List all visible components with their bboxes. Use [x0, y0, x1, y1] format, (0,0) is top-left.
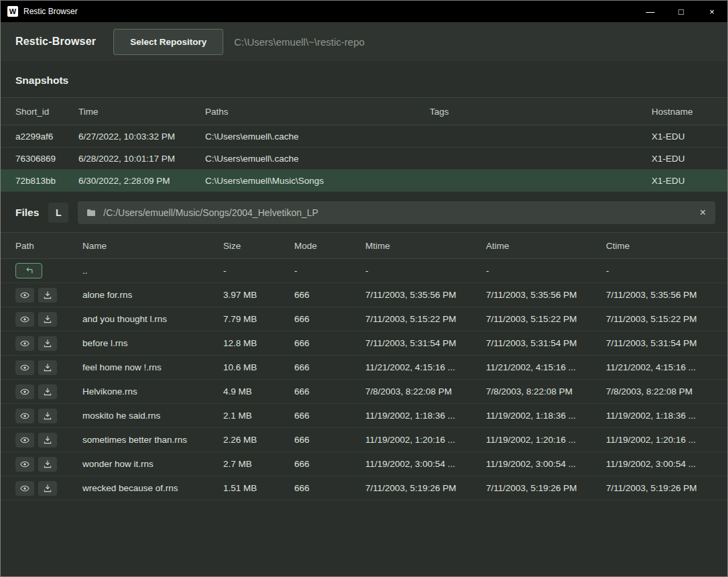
snapshot-hostname: X1-EDU — [652, 176, 717, 186]
maximize-button[interactable]: □ — [666, 1, 696, 22]
file-name: feel home now !.rns — [82, 362, 223, 372]
file-ctime: 7/11/2003, 5:35:56 PM — [606, 290, 717, 300]
preview-file-button[interactable] — [15, 288, 34, 303]
file-row[interactable]: and you thought l.rns7.79 MB6667/11/2003… — [1, 307, 727, 331]
file-ctime: 7/11/2003, 5:31:54 PM — [606, 338, 717, 348]
preview-file-button[interactable] — [15, 384, 34, 399]
file-row[interactable]: wonder how it.rns2.7 MB66611/19/2002, 3:… — [1, 452, 727, 476]
file-name: wonder how it.rns — [82, 459, 223, 469]
file-row[interactable]: moskito he said.rns2.1 MB66611/19/2002, … — [1, 404, 727, 428]
snapshot-paths: C:\Users\emuell\.cache — [205, 132, 430, 142]
file-size: - — [223, 266, 294, 276]
file-atime: 11/19/2002, 3:00:54 ... — [486, 459, 606, 469]
column-header-time: Time — [78, 107, 205, 117]
file-mtime: 7/11/2003, 5:19:26 PM — [365, 483, 486, 493]
file-ctime: 11/19/2002, 1:20:16 ... — [606, 435, 717, 445]
column-header-atime: Atime — [486, 241, 606, 251]
eye-icon — [20, 435, 29, 445]
file-atime: 7/8/2003, 8:22:08 PM — [486, 386, 606, 397]
file-atime: - — [486, 266, 606, 276]
file-actions — [15, 312, 82, 327]
files-table-body: alone for.rns3.97 MB6667/11/2003, 5:35:5… — [1, 283, 727, 501]
file-row[interactable]: feel home now !.rns10.6 MB66611/21/2002,… — [1, 356, 727, 380]
files-table-body-wrap: .. - - - - - alone for.rns3.97 MB6667/11… — [1, 259, 727, 576]
file-mtime: 11/21/2002, 4:15:16 ... — [365, 362, 486, 372]
file-size: 12.8 MB — [223, 338, 294, 348]
preview-file-button[interactable] — [15, 409, 34, 423]
file-actions — [15, 409, 82, 423]
eye-icon — [20, 484, 29, 493]
column-header-mtime: Mtime — [365, 241, 486, 251]
column-header-short-id: Short_id — [15, 107, 78, 117]
preview-file-button[interactable] — [15, 336, 34, 351]
go-to-parent-button[interactable] — [15, 263, 42, 278]
file-mode: 666 — [294, 290, 365, 300]
file-name: and you thought l.rns — [82, 314, 223, 324]
preview-file-button[interactable] — [15, 481, 34, 496]
preview-file-button[interactable] — [15, 433, 34, 448]
download-icon — [43, 291, 52, 300]
preview-file-button[interactable] — [15, 312, 34, 327]
snapshot-row[interactable]: a2299af66/27/2022, 10:03:32 PMC:\Users\e… — [1, 125, 727, 148]
file-mtime: 11/19/2002, 1:18:36 ... — [365, 411, 486, 421]
snapshot-row[interactable]: 72b813bb6/30/2022, 2:28:09 PMC:\Users\em… — [1, 170, 727, 192]
download-file-button[interactable] — [38, 384, 57, 399]
path-bar[interactable]: /C:/Users/emuell/Music/Songs/2004_Helvet… — [78, 201, 715, 224]
file-ctime: 7/11/2003, 5:15:22 PM — [606, 314, 717, 324]
download-file-button[interactable] — [38, 409, 57, 423]
preview-file-button[interactable] — [15, 360, 34, 375]
app-logo-icon: W — [7, 6, 18, 17]
file-ctime: - — [606, 266, 717, 276]
file-row[interactable]: alone for.rns3.97 MB6667/11/2003, 5:35:5… — [1, 283, 727, 307]
download-file-button[interactable] — [38, 481, 57, 496]
download-file-button[interactable] — [38, 433, 57, 448]
column-header-tags: Tags — [430, 107, 652, 117]
file-mode: 666 — [294, 435, 365, 445]
parent-directory-row[interactable]: .. - - - - - — [1, 259, 727, 283]
tree-toggle-button[interactable]: L — [48, 203, 68, 223]
file-row[interactable]: Helvikone.rns4.9 MB6667/8/2003, 8:22:08 … — [1, 380, 727, 404]
file-mtime: 7/11/2003, 5:31:54 PM — [365, 338, 486, 348]
file-mtime: 7/8/2003, 8:22:08 PM — [365, 386, 486, 397]
download-file-button[interactable] — [38, 457, 57, 472]
column-header-path: Path — [15, 241, 82, 251]
snapshot-time: 6/30/2022, 2:28:09 PM — [78, 176, 205, 186]
file-name: moskito he said.rns — [82, 411, 223, 421]
download-file-button[interactable] — [38, 336, 57, 351]
eye-icon — [20, 339, 29, 348]
file-ctime: 11/21/2002, 4:15:16 ... — [606, 362, 717, 372]
file-row[interactable]: before l.rns12.8 MB6667/11/2003, 5:31:54… — [1, 331, 727, 356]
file-row[interactable]: wrecked because of.rns1.51 MB6667/11/200… — [1, 476, 727, 501]
column-header-mode: Mode — [294, 241, 365, 251]
close-button[interactable]: × — [696, 1, 727, 22]
file-size: 2.1 MB — [223, 411, 294, 421]
snapshot-short-id: 72b813bb — [15, 176, 78, 186]
clear-path-button[interactable]: × — [699, 207, 707, 219]
file-size: 10.6 MB — [223, 362, 294, 372]
file-size: 7.79 MB — [223, 314, 294, 324]
snapshots-section-head: Snapshots — [1, 61, 727, 97]
column-header-name: Name — [82, 241, 223, 251]
app-title: Restic-Browser — [15, 36, 96, 48]
select-repository-button[interactable]: Select Repository — [113, 29, 223, 55]
download-icon — [43, 484, 52, 493]
file-size: 2.26 MB — [223, 435, 294, 445]
download-file-button[interactable] — [38, 360, 57, 375]
download-icon — [43, 339, 52, 348]
snapshot-row[interactable]: 763068696/28/2022, 10:01:17 PMC:\Users\e… — [1, 148, 727, 170]
eye-icon — [20, 411, 29, 421]
download-icon — [43, 411, 52, 421]
up-left-arrow-icon — [24, 266, 34, 276]
file-row[interactable]: sometimes better than.rns2.26 MB66611/19… — [1, 428, 727, 452]
file-actions — [15, 457, 82, 472]
preview-file-button[interactable] — [15, 457, 34, 472]
column-header-size: Size — [223, 241, 294, 251]
download-file-button[interactable] — [38, 312, 57, 327]
file-mode: 666 — [294, 483, 365, 493]
minimize-button[interactable]: — — [635, 1, 666, 22]
file-actions — [15, 336, 82, 351]
download-file-button[interactable] — [38, 288, 57, 303]
download-icon — [43, 363, 52, 372]
files-section-head: Files L /C:/Users/emuell/Music/Songs/200… — [1, 192, 727, 232]
current-path: /C:/Users/emuell/Music/Songs/2004_Helvet… — [103, 207, 691, 218]
